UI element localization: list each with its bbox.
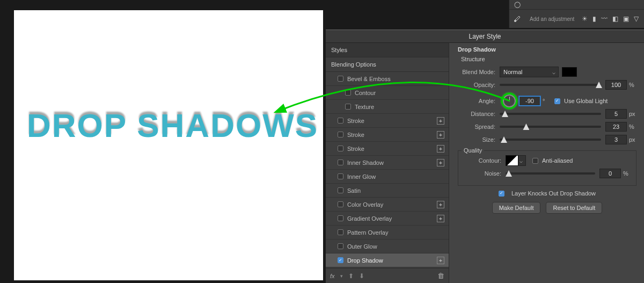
distance-value[interactable]: 5	[605, 109, 627, 119]
distance-unit: px	[627, 111, 636, 117]
spread-slider[interactable]	[500, 126, 601, 128]
drop-shadow-settings: Drop Shadow Structure Blend Mode: Normal…	[449, 43, 644, 283]
style-label: Color Overlay	[347, 201, 383, 208]
noise-unit: %	[621, 170, 631, 177]
blend-mode-select[interactable]: Normal	[500, 67, 559, 77]
brush-icon[interactable]	[509, 15, 528, 23]
style-checkbox[interactable]	[338, 229, 343, 235]
spread-value[interactable]: 23	[605, 122, 627, 132]
add-effect-icon[interactable]: +	[437, 257, 444, 264]
use-global-light-checkbox[interactable]	[554, 98, 560, 104]
style-checkbox[interactable]	[338, 187, 343, 193]
add-adjustment-label: Add an adjustment	[530, 16, 574, 22]
style-checkbox[interactable]	[338, 173, 343, 179]
style-item-stroke-4[interactable]: Stroke+	[326, 128, 449, 142]
style-item-stroke-5[interactable]: Stroke+	[326, 142, 449, 156]
style-checkbox[interactable]	[338, 201, 343, 207]
styles-header[interactable]: Styles	[326, 43, 449, 57]
style-label: Pattern Overlay	[347, 229, 388, 236]
brightness-icon[interactable]: ☀	[582, 15, 588, 23]
add-effect-icon[interactable]: +	[437, 215, 444, 222]
noise-value[interactable]: 0	[599, 169, 621, 178]
move-up-icon[interactable]: ⬆	[348, 272, 354, 280]
style-label: Contour	[355, 90, 376, 96]
style-item-drop-shadow-13[interactable]: Drop Shadow+	[326, 253, 449, 267]
adjustments-target-icon[interactable]: ◯	[513, 1, 522, 9]
curves-icon[interactable]: 〰	[601, 15, 608, 23]
style-label: Inner Shadow	[347, 159, 384, 166]
add-effect-icon[interactable]: +	[437, 145, 444, 153]
style-item-texture-2[interactable]: Texture	[326, 100, 449, 114]
size-slider[interactable]	[500, 139, 601, 141]
add-effect-icon[interactable]: +	[437, 201, 444, 208]
style-item-gradient-overlay-10[interactable]: Gradient Overlay+	[326, 212, 449, 226]
opacity-slider[interactable]	[500, 84, 601, 86]
style-checkbox[interactable]	[338, 118, 343, 124]
anti-aliased-checkbox[interactable]	[532, 158, 538, 164]
contour-picker[interactable]	[518, 155, 526, 166]
use-global-light-label: Use Global Light	[564, 98, 608, 104]
settings-title: Drop Shadow	[458, 46, 636, 53]
style-checkbox[interactable]	[338, 76, 343, 82]
distance-slider[interactable]	[500, 113, 601, 115]
style-item-contour-1[interactable]: Contour	[326, 86, 449, 100]
add-effect-icon[interactable]: +	[437, 131, 444, 139]
angle-value[interactable]: -90	[519, 96, 540, 106]
style-label: Texture	[355, 104, 374, 110]
style-item-inner-shadow-6[interactable]: Inner Shadow+	[326, 156, 449, 170]
anti-aliased-label: Anti-aliased	[542, 157, 573, 164]
style-checkbox[interactable]	[338, 132, 343, 137]
style-label: Inner Glow	[347, 173, 376, 180]
opacity-value[interactable]: 100	[605, 80, 627, 90]
contour-label: Contour:	[464, 157, 506, 164]
styles-list: Styles Blending Options Bevel & EmbossCo…	[326, 43, 449, 283]
fx-menu-icon[interactable]: fx	[330, 273, 335, 279]
style-item-bevel-emboss-0[interactable]: Bevel & Emboss	[326, 72, 449, 86]
style-checkbox[interactable]	[345, 104, 351, 110]
angle-unit: °	[540, 98, 550, 104]
style-checkbox[interactable]	[338, 215, 343, 221]
style-label: Stroke	[347, 146, 364, 152]
photo-filter-icon[interactable]: ▣	[623, 15, 629, 23]
style-checkbox[interactable]	[338, 159, 343, 165]
gradient-map-icon[interactable]: ▽	[634, 15, 639, 23]
dialog-title: Layer Style	[326, 30, 644, 43]
style-label: Satin	[347, 187, 361, 194]
add-effect-icon[interactable]: +	[437, 159, 444, 166]
layer-style-dialog: Layer Style Styles Blending Options Beve…	[326, 30, 644, 283]
contour-swatch[interactable]	[506, 155, 518, 166]
style-item-color-overlay-9[interactable]: Color Overlay+	[326, 198, 449, 212]
styles-footer: fx ▾ ⬆ ⬇ 🗑	[326, 268, 449, 283]
document-canvas[interactable]	[14, 10, 323, 280]
exposure-icon[interactable]: ◧	[612, 15, 618, 23]
move-down-icon[interactable]: ⬇	[359, 272, 364, 280]
adjustments-panel: ◯ Add an adjustment ☀ ▮ 〰 ◧ ▣ ▽	[509, 0, 644, 28]
add-effect-icon[interactable]: +	[437, 117, 444, 125]
size-value[interactable]: 3	[605, 135, 627, 144]
quality-group: Quality Contour: Anti-aliased Noise: 0 %	[458, 150, 636, 186]
style-checkbox[interactable]	[338, 257, 343, 263]
style-checkbox[interactable]	[345, 90, 351, 96]
opacity-label: Opacity:	[458, 82, 500, 88]
blending-options[interactable]: Blending Options	[326, 57, 449, 72]
style-item-stroke-3[interactable]: Stroke+	[326, 114, 449, 128]
style-checkbox[interactable]	[338, 243, 343, 249]
angle-dial[interactable]	[503, 95, 516, 107]
make-default-button[interactable]: Make Default	[492, 202, 541, 214]
style-item-inner-glow-7[interactable]: Inner Glow	[326, 170, 449, 184]
canvas-text-drop-shadows[interactable]: DROP SHADOWS	[27, 106, 318, 144]
style-item-outer-glow-12[interactable]: Outer Glow	[326, 240, 449, 253]
levels-icon[interactable]: ▮	[592, 15, 596, 23]
reset-to-default-button[interactable]: Reset to Default	[546, 202, 602, 214]
noise-slider[interactable]	[506, 172, 595, 175]
style-item-pattern-overlay-11[interactable]: Pattern Overlay	[326, 226, 449, 240]
blend-mode-label: Blend Mode:	[458, 69, 500, 75]
opacity-unit: %	[627, 82, 636, 88]
quality-label: Quality	[462, 147, 484, 154]
style-item-satin-8[interactable]: Satin	[326, 184, 449, 198]
style-label: Drop Shadow	[347, 257, 383, 264]
style-checkbox[interactable]	[338, 146, 343, 151]
trash-icon[interactable]: 🗑	[437, 272, 444, 280]
layer-knocks-out-checkbox[interactable]	[499, 191, 504, 197]
shadow-color-swatch[interactable]	[562, 67, 577, 77]
